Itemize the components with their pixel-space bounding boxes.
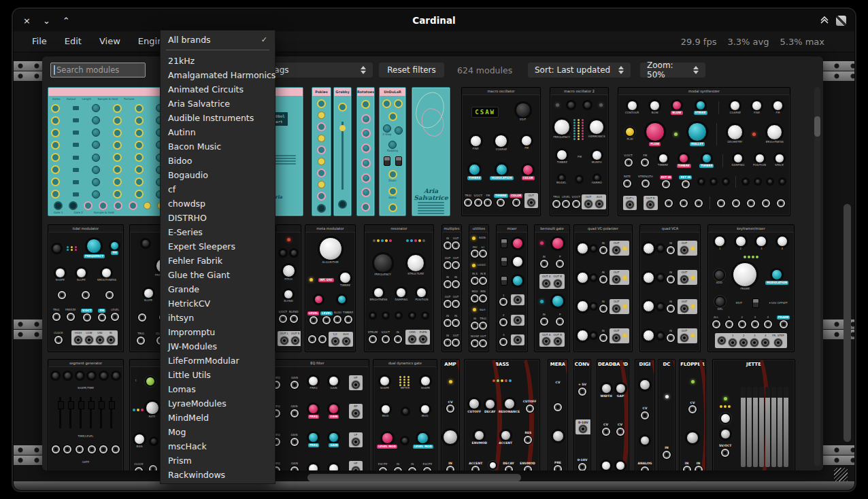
jack[interactable]: OUT — [612, 300, 620, 313]
knob[interactable] — [567, 101, 575, 109]
module-flopper[interactable]: FLOPPERCVININ — [679, 359, 706, 470]
knob[interactable] — [639, 379, 650, 390]
brand-menu-item[interactable]: DISTRHO — [161, 211, 275, 225]
knob[interactable]: DECAY — [484, 399, 495, 413]
knob[interactable] — [317, 145, 326, 154]
toggle-switch[interactable] — [501, 239, 507, 248]
jack[interactable] — [695, 199, 703, 207]
jack[interactable]: TRIG — [52, 309, 61, 321]
knob[interactable] — [52, 244, 61, 253]
brand-menu-item[interactable]: Bacon Music — [161, 139, 275, 154]
jack[interactable]: OUT A — [542, 275, 551, 288]
knob[interactable] — [401, 437, 408, 444]
jack[interactable]: IN — [667, 300, 675, 313]
knob[interactable] — [590, 332, 597, 339]
jack[interactable]: TIMBRE — [343, 311, 353, 324]
module-eq-filter[interactable]: EQ filterFREQGAINFREQGAINHPFREQGAINFREQG… — [265, 359, 369, 470]
jack[interactable] — [732, 199, 740, 207]
knob[interactable]: POSITION — [415, 288, 428, 302]
knob[interactable] — [512, 275, 523, 286]
jack[interactable]: GAIN — [290, 434, 299, 446]
knob[interactable] — [52, 372, 59, 379]
jack[interactable]: FRAME — [777, 315, 790, 328]
jack[interactable] — [717, 199, 725, 207]
jack[interactable]: MIN — [479, 290, 487, 303]
jack[interactable]: 1 — [499, 294, 507, 307]
jack[interactable]: IN — [452, 276, 460, 288]
jack[interactable]: 3 — [750, 334, 758, 347]
knob[interactable]: BRIGHTNESS — [370, 288, 388, 302]
jack[interactable]: IN — [599, 300, 607, 313]
knob[interactable] — [338, 103, 347, 111]
knob[interactable]: EDIT — [516, 103, 531, 122]
jack[interactable]: AUX — [595, 196, 603, 208]
jack[interactable]: P — [556, 313, 564, 326]
knob[interactable]: RESONANCE — [499, 398, 520, 413]
knob[interactable]: MOD — [420, 405, 430, 418]
jack[interactable]: CUTOFF — [523, 400, 537, 412]
jack[interactable] — [665, 199, 673, 207]
jack[interactable] — [680, 199, 688, 207]
zoom-dropdown[interactable]: Zoom: 50% — [640, 63, 705, 78]
knob[interactable] — [643, 243, 654, 254]
knob[interactable] — [318, 158, 325, 165]
knob[interactable]: TIMBRE — [467, 164, 482, 180]
module-quad-vc-polarizer[interactable]: quad VC-polarizerINOUTINOUTINOUTINOUT — [573, 224, 633, 352]
knob[interactable]: 2 — [735, 236, 746, 251]
knob[interactable] — [329, 464, 339, 470]
knob[interactable] — [576, 176, 582, 182]
knob[interactable]: LEVEL MOD — [377, 432, 397, 449]
knob[interactable] — [657, 274, 664, 281]
knob[interactable]: TIMBRE — [556, 150, 567, 165]
jack[interactable] — [52, 445, 60, 453]
jack[interactable]: EXT IN — [679, 175, 692, 188]
push-button[interactable]: PLAY — [624, 126, 635, 141]
knob[interactable]: SLOPE — [144, 288, 154, 303]
knob[interactable] — [88, 372, 95, 379]
jack[interactable]: HP — [352, 462, 360, 470]
jack[interactable]: IN — [446, 462, 454, 470]
module-meta-modulator[interactable]: meta modulatorALGORITHMINT. OSCTIMBRELEV… — [305, 224, 356, 352]
jack[interactable] — [105, 291, 114, 299]
brand-menu-item[interactable]: HetrickCV — [161, 296, 275, 311]
jack[interactable]: UNI — [96, 332, 104, 344]
jack[interactable]: IN — [695, 462, 703, 470]
jack[interactable]: ENVMOD — [520, 462, 535, 470]
jack[interactable]: OUT — [680, 300, 688, 313]
tags-dropdown[interactable]: Tags — [264, 63, 373, 78]
brand-menu-item[interactable]: Amalgamated Harmonics — [161, 68, 275, 82]
jack[interactable]: OUT — [612, 330, 620, 342]
jack[interactable]: HP — [352, 377, 360, 389]
brand-menu-item[interactable]: Glue the Giant — [161, 268, 275, 282]
jack[interactable]: CV — [616, 423, 624, 435]
jack[interactable] — [554, 403, 562, 411]
jack[interactable]: 2 — [738, 316, 746, 328]
jack[interactable]: OUT — [452, 334, 460, 347]
jack[interactable]: OUT — [479, 335, 487, 347]
knob[interactable] — [657, 245, 664, 252]
jack[interactable] — [718, 337, 726, 345]
module-macro-oscillator-2[interactable]: macro oscillator 2FREQUENCYHARMONICSTIMB… — [550, 87, 609, 216]
jack[interactable]: LEVEL — [562, 196, 570, 208]
knob[interactable]: BLEND — [284, 290, 293, 303]
jack[interactable]: OUT A — [542, 334, 551, 346]
knob[interactable] — [382, 99, 391, 108]
knob[interactable] — [317, 99, 326, 108]
knob[interactable] — [361, 158, 371, 168]
jack[interactable]: IN — [599, 242, 607, 254]
knob[interactable]: ENVMOD — [472, 430, 487, 445]
module-tidal-modulator[interactable]: tidal modulatorFREQUENCYFMSHAPESLOPESMOO… — [48, 224, 124, 352]
jack[interactable]: 1 — [729, 334, 737, 347]
jack[interactable]: HIGH — [74, 332, 82, 344]
jack[interactable]: FM — [641, 154, 649, 167]
knob[interactable]: HARMONICS — [588, 120, 605, 139]
jack[interactable]: IN — [667, 271, 675, 283]
knob[interactable] — [76, 372, 84, 379]
knob[interactable]: POSITION — [753, 154, 766, 167]
knob[interactable]: Padding — [387, 141, 398, 153]
vertical-slider[interactable] — [341, 122, 344, 190]
brand-menu-item[interactable]: LyraeModules — [161, 396, 275, 411]
knob[interactable] — [643, 330, 654, 341]
jack[interactable]: V/OCT — [624, 154, 632, 167]
knob[interactable]: GAP — [616, 383, 626, 398]
